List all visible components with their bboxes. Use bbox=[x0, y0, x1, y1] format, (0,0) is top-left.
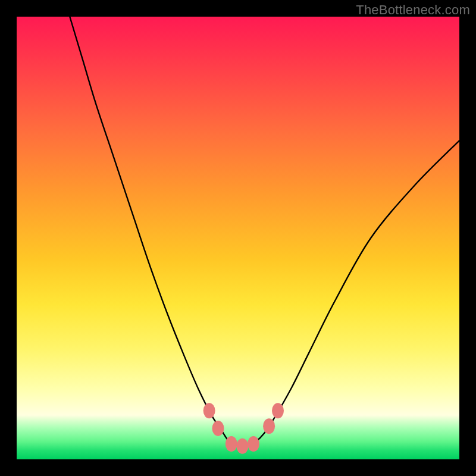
watermark-text: TheBottleneck.com bbox=[356, 2, 470, 18]
chart-plot-area bbox=[17, 17, 459, 459]
highlight-marker bbox=[236, 439, 248, 454]
highlight-marker bbox=[272, 403, 284, 418]
bottleneck-curve-path bbox=[70, 17, 459, 447]
highlight-marker bbox=[263, 418, 275, 434]
highlight-marker bbox=[203, 403, 215, 418]
highlight-marker bbox=[212, 421, 224, 436]
highlight-markers bbox=[203, 403, 284, 454]
outer-frame: TheBottleneck.com bbox=[0, 0, 476, 476]
curve-layer bbox=[70, 17, 459, 447]
highlight-marker bbox=[248, 436, 259, 452]
chart-svg bbox=[17, 17, 459, 459]
highlight-marker bbox=[226, 436, 237, 452]
